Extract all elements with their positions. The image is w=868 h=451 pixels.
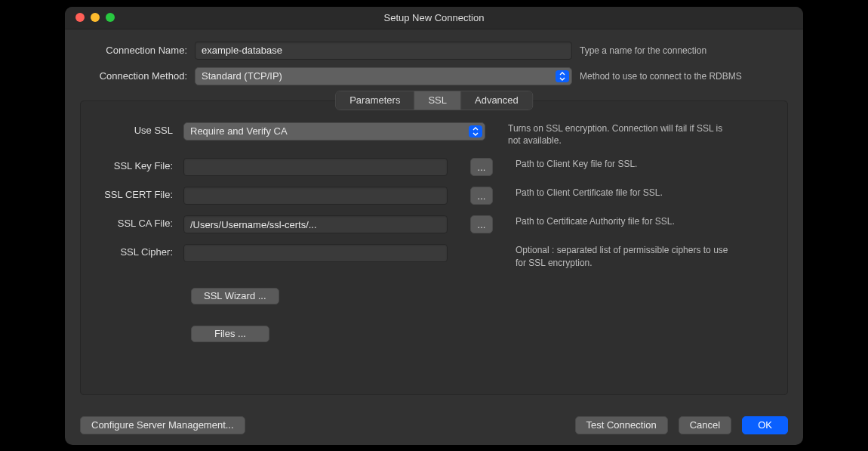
ssl-cert-file-row: SSL CERT File: ... Path to Client Certif… [100,187,768,205]
top-form: Connection Name: Type a name for the con… [80,42,788,85]
ok-button[interactable]: OK [742,416,788,434]
zoom-window-button[interactable] [106,13,115,22]
ssl-cert-file-browse-button[interactable]: ... [470,187,493,205]
dialog-window: Setup New Connection Connection Name: Ty… [65,7,803,445]
ssl-cert-file-input[interactable] [183,187,448,205]
cancel-button[interactable]: Cancel [679,416,731,434]
ssl-key-file-browse-button[interactable]: ... [470,158,493,176]
configure-server-button[interactable]: Configure Server Management... [80,416,245,434]
settings-panel: Parameters SSL Advanced Use SSL Require … [80,100,788,395]
ssl-ca-file-label: SSL CA File: [100,215,173,229]
titlebar: Setup New Connection [65,7,803,29]
connection-method-select[interactable]: Standard (TCP/IP) [195,67,572,85]
tab-parameters[interactable]: Parameters [336,91,414,110]
ssl-form: Use SSL Require and Verify CA Turns on S… [100,122,768,342]
footer: Configure Server Management... Test Conn… [80,403,788,434]
window-controls [65,13,115,22]
content: Connection Name: Type a name for the con… [65,29,803,445]
files-button[interactable]: Files ... [191,326,269,342]
test-connection-button[interactable]: Test Connection [575,416,668,434]
ssl-key-file-label: SSL Key File: [100,158,173,171]
connection-name-label: Connection Name: [80,45,187,56]
ssl-key-file-input[interactable] [183,158,448,176]
ssl-wizard-row: SSL Wizard ... [100,288,768,304]
connection-name-input[interactable] [195,42,572,60]
connection-method-row: Connection Method: Standard (TCP/IP) Met… [80,67,788,85]
ssl-cipher-row: SSL Cipher: Optional : separated list of… [100,244,768,270]
window-title: Setup New Connection [65,12,803,23]
connection-name-row: Connection Name: Type a name for the con… [80,42,788,60]
use-ssl-row: Use SSL Require and Verify CA Turns on S… [100,122,768,148]
ssl-ca-file-hint: Path to Certificate Authority file for S… [516,215,734,228]
tab-advanced[interactable]: Advanced [460,91,532,110]
close-window-button[interactable] [75,13,85,22]
ssl-ca-file-row: SSL CA File: ... Path to Certificate Aut… [100,215,768,233]
ssl-key-file-row: SSL Key File: ... Path to Client Key fil… [100,158,768,176]
chevron-up-down-icon [556,70,569,82]
spacer [256,416,565,434]
ssl-ca-file-browse-button[interactable]: ... [470,215,493,233]
ssl-cert-file-hint: Path to Client Certificate file for SSL. [516,187,734,199]
ssl-cipher-input[interactable] [183,244,448,262]
connection-method-value: Standard (TCP/IP) [202,70,282,82]
ssl-cert-file-label: SSL CERT File: [100,187,173,200]
connection-method-hint: Method to use to connect to the RDBMS [580,71,788,82]
ssl-cipher-hint: Optional : separated list of permissible… [516,244,734,270]
connection-method-label: Connection Method: [80,70,187,82]
ssl-key-file-hint: Path to Client Key file for SSL. [516,158,734,171]
ssl-wizard-button[interactable]: SSL Wizard ... [191,288,279,304]
ssl-ca-file-input[interactable] [183,215,448,233]
connection-name-hint: Type a name for the connection [580,45,788,56]
use-ssl-hint: Turns on SSL encryption. Connection will… [508,122,727,148]
tab-ssl[interactable]: SSL [414,91,460,110]
use-ssl-select[interactable]: Require and Verify CA [183,122,485,141]
ssl-files-row: Files ... [100,326,768,342]
minimize-window-button[interactable] [91,13,100,22]
chevron-up-down-icon [469,125,482,137]
use-ssl-label: Use SSL [100,122,173,136]
use-ssl-value: Require and Verify CA [190,125,288,137]
ssl-cipher-label: SSL Cipher: [100,244,173,258]
tabs: Parameters SSL Advanced [335,91,533,110]
